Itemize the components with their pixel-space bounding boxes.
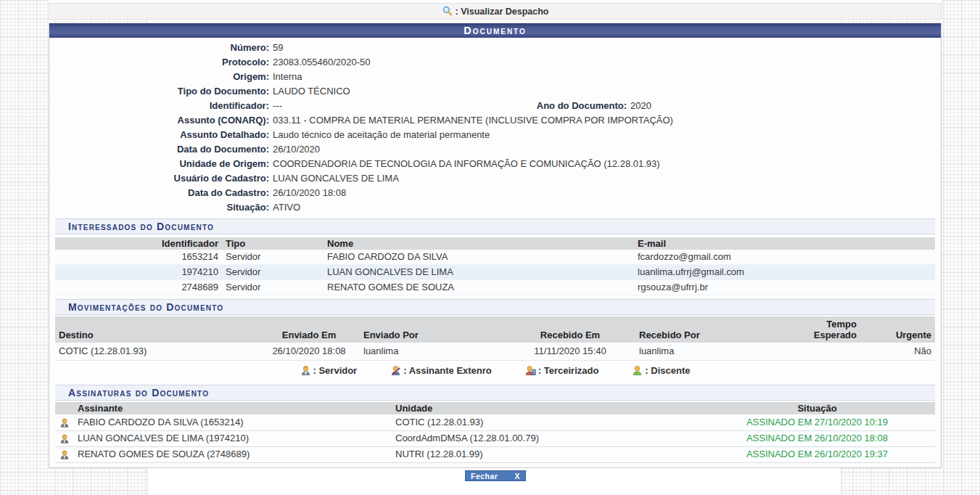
visualizar-despacho-popup: : Visualizar Despacho Documento Número: … — [49, 0, 942, 468]
cell-assinante: LUAN GONCALVES DE LIMA (1974210) — [74, 430, 392, 446]
table-row: 1653214 Servidor FABIO CARDOZO DA SILVA … — [55, 250, 935, 265]
icon-legend: : Servidor : Assinante Extenro — [55, 361, 935, 381]
cell-enviado-em: 26/10/2020 18:08 — [258, 343, 360, 361]
field-row: Usuário de Cadastro: LUAN GONCALVES DE L… — [55, 171, 935, 186]
field-label: Situação: — [55, 200, 273, 215]
fechar-button[interactable]: Fechar X — [465, 470, 526, 481]
discente-icon — [632, 365, 643, 376]
cell-icon — [55, 446, 74, 462]
table-row: 2748689 Servidor RENATO GOMES DE SOUZA r… — [55, 280, 935, 295]
col-nome: Nome — [324, 237, 634, 250]
field-row: Unidade de Origem: COORDENADORIA DE TECN… — [55, 157, 935, 171]
field-value: ATIVO — [273, 200, 300, 215]
field-value: 033.11 - COMPRA DE MATERIAL PERMANENTE (… — [273, 113, 673, 128]
servidor-icon — [59, 417, 70, 428]
col-recebido-em: Recebido Em — [505, 316, 635, 343]
terceirizado-icon — [525, 365, 536, 376]
cell-tipo: Servidor — [222, 265, 324, 280]
legend-item-servidor: : Servidor — [300, 365, 358, 376]
cell-nome: FABIO CARDOZO DA SILVA — [324, 250, 634, 265]
field-value: Laudo técnico de aceitação de material p… — [273, 128, 490, 142]
cell-tipo: Servidor — [222, 280, 324, 295]
field-value: 59 — [273, 41, 283, 55]
legend-item-assinante-externo: : Assinante Extenro — [390, 365, 492, 376]
cell-unidade: CoordAdmDMSA (12.28.01.00.79) — [392, 430, 699, 446]
cell-destino: COTIC (12.28.01.93) — [55, 343, 258, 361]
field-label: Assunto (CONARQ): — [55, 113, 273, 128]
field-label: Unidade de Origem: — [55, 157, 273, 171]
field-label: Usuário de Cadastro: — [55, 171, 273, 186]
cell-enviado-por: luanlima — [360, 343, 505, 361]
servidor-icon — [59, 433, 70, 444]
field-row: Assunto (CONARQ): 033.11 - COMPRA DE MAT… — [55, 113, 935, 128]
section-movimentacoes-title: Movimentações do Documento — [55, 299, 935, 315]
servidor-icon — [59, 449, 70, 460]
cell-assinante: RENATO GOMES DE SOUZA (2748689) — [74, 446, 392, 462]
table-row: 1974210 Servidor LUAN GONCALVES DE LIMA … — [55, 265, 935, 280]
legend-item-discente: : Discente — [632, 365, 690, 376]
cell-urgente: Não — [860, 343, 935, 361]
magnifier-icon — [442, 6, 453, 17]
popup-title-bar: : Visualizar Despacho — [49, 3, 942, 20]
field-label: Data do Cadastro: — [55, 186, 273, 200]
field-row: Número: 59 — [55, 41, 935, 55]
field-row: Data do Documento: 26/10/2020 — [55, 142, 935, 157]
field-value: 2020 — [630, 99, 935, 113]
field-label: Identificador: — [55, 99, 273, 113]
interessados-table: Identificador Tipo Nome E-mail 1653214 S… — [55, 237, 935, 295]
legend-label: : Servidor — [313, 365, 358, 376]
field-label: Número: — [55, 41, 273, 55]
document-panel: Documento Número: 59 Protocolo: 23083.05… — [49, 23, 942, 468]
cell-unidade: COTIC (12.28.01.93) — [392, 414, 699, 430]
table-row: LUAN GONCALVES DE LIMA (1974210) CoordAd… — [55, 430, 935, 446]
col-enviado-por: Enviado Por — [360, 316, 505, 343]
cell-identificador: 1974210 — [55, 265, 222, 280]
cell-situacao: ASSINADO EM 26/10/2020 18:08 — [699, 430, 935, 446]
field-label: Origem: — [55, 70, 273, 84]
table-row: FABIO CARDOZO DA SILVA (1653214) COTIC (… — [55, 414, 935, 430]
field-value: COORDENADORIA DE TECNOLOGIA DA INFORMAÇÃ… — [273, 157, 660, 171]
cell-tipo: Servidor — [222, 250, 324, 265]
field-label: Tipo do Documento: — [55, 84, 273, 99]
cell-assinante: FABIO CARDOZO DA SILVA (1653214) — [74, 414, 392, 430]
section-assinaturas-title: Assinaturas do Documento — [55, 385, 935, 401]
field-label: Assunto Detalhado: — [55, 128, 273, 142]
table-header-row: Assinante Unidade Situação — [55, 402, 935, 414]
assinaturas-table: Assinante Unidade Situação — [55, 402, 935, 463]
field-label: Protocolo: — [55, 55, 273, 70]
assinante-externo-icon — [390, 365, 401, 376]
col-identificador: Identificador — [55, 237, 222, 250]
field-row: Identificador: --- Ano do Documento: 202… — [55, 99, 935, 113]
col-destino: Destino — [55, 316, 258, 343]
col-assinante: Assinante — [74, 402, 392, 414]
servidor-icon — [300, 365, 311, 376]
legend-label: : Assinante Extenro — [403, 365, 492, 376]
popup-title-label: : Visualizar Despacho — [456, 7, 549, 17]
field-label: Ano do Documento: — [537, 99, 630, 113]
legend-item-terceirizado: : Terceirizado — [525, 365, 599, 376]
col-unidade: Unidade — [392, 402, 699, 414]
close-x-icon: X — [514, 472, 520, 480]
legend-label: : Terceirizado — [538, 365, 599, 376]
col-recebido-por: Recebido Por — [635, 316, 781, 343]
field-row: Protocolo: 23083.055460/2020-50 — [55, 55, 935, 70]
col-situacao: Situação — [699, 402, 935, 414]
col-tempo-esperado: Tempo Esperado — [781, 316, 860, 343]
field-value: --- — [273, 99, 537, 113]
cell-tempo-esperado — [781, 343, 860, 361]
field-row: Situação: ATIVO — [55, 200, 935, 215]
cell-recebido-em: 11/11/2020 15:40 — [505, 343, 635, 361]
field-value: LAUDO TÉCNICO — [273, 84, 350, 99]
cell-email: fcardozzo@gmail.com — [634, 250, 935, 265]
field-label: Data do Documento: — [55, 142, 273, 157]
col-enviado-em: Enviado Em — [258, 316, 360, 343]
section-interessados-title: Interessados do Documento — [55, 218, 935, 234]
table-header-row: Identificador Tipo Nome E-mail — [55, 237, 935, 250]
cell-email: rgsouza@ufrrj.br — [634, 280, 935, 295]
field-value: 23083.055460/2020-50 — [273, 55, 370, 70]
table-row: RENATO GOMES DE SOUZA (2748689) NUTRI (1… — [55, 446, 935, 462]
cell-icon — [55, 430, 74, 446]
field-row: Assunto Detalhado: Laudo técnico de acei… — [55, 128, 935, 142]
col-email: E-mail — [634, 237, 935, 250]
cell-recebido-por: luanlima — [635, 343, 781, 361]
